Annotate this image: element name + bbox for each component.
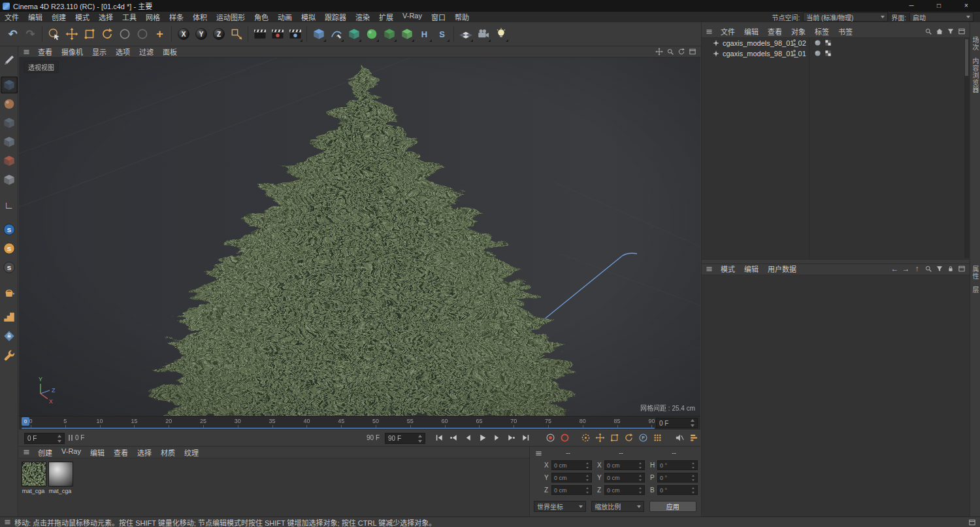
upper-panel-tab-1[interactable]: 内容浏览器 xyxy=(970,58,980,94)
main-menu-item-0[interactable]: 文件 xyxy=(0,12,24,22)
move-tool-button[interactable] xyxy=(63,25,80,43)
goto-next-key-button[interactable] xyxy=(504,431,518,445)
viewport-menu-item-3[interactable]: 选项 xyxy=(111,46,135,57)
goto-next-frame-button[interactable] xyxy=(489,431,504,445)
object-manager-menu-item-2[interactable]: 查看 xyxy=(763,26,787,37)
material-item[interactable]: mat_cga xyxy=(22,462,46,517)
main-menu-item-4[interactable]: 选择 xyxy=(94,12,118,22)
main-menu-item-15[interactable]: 扩展 xyxy=(374,12,398,22)
simulate-object-button[interactable]: S xyxy=(433,25,451,43)
statusbar-hamburger-icon[interactable] xyxy=(1,518,13,527)
minimize-button[interactable]: ─ xyxy=(898,0,925,12)
red-cube-tool-button[interactable] xyxy=(1,152,18,169)
light-object-button[interactable] xyxy=(492,25,510,43)
main-menu-item-14[interactable]: 渲染 xyxy=(351,12,374,22)
modeling-cube-tool-button[interactable] xyxy=(1,76,18,94)
main-menu-item-6[interactable]: 网格 xyxy=(141,12,165,22)
close-button[interactable]: × xyxy=(953,0,980,12)
start-frame-spinner[interactable] xyxy=(57,435,63,443)
object-manager-menu-item-3[interactable]: 对象 xyxy=(787,26,810,37)
view-label[interactable]: 透视视图 xyxy=(24,61,59,73)
statusbar-panel-icon[interactable] xyxy=(966,518,980,527)
play-forward-button[interactable] xyxy=(475,431,489,445)
record-scale-button[interactable] xyxy=(607,431,621,445)
play-sound-button[interactable] xyxy=(672,431,687,445)
am-panel-button[interactable] xyxy=(956,264,967,273)
live-selection-tool-button[interactable] xyxy=(45,25,63,43)
render-settings-button[interactable] xyxy=(286,25,304,43)
timeline-playhead[interactable]: 0 xyxy=(22,417,29,426)
scale-mode-dropdown[interactable]: 缩放比例 xyxy=(591,501,644,512)
pencil-tool-button[interactable] xyxy=(1,52,18,69)
render-view-button[interactable] xyxy=(251,25,269,43)
coordinate-field[interactable]: 0 ° xyxy=(657,473,698,483)
world-coords-dropdown[interactable]: 世界坐标 xyxy=(534,501,586,512)
material-menu-item-6[interactable]: 纹理 xyxy=(180,447,203,458)
paint-sphere-tool-button[interactable] xyxy=(1,95,18,112)
coordinate-field[interactable]: 0 ° xyxy=(657,485,698,495)
undo-button[interactable]: ↶ xyxy=(4,25,22,43)
start-frame-field[interactable]: 0 F xyxy=(24,433,65,444)
edge-cube-tool-button[interactable] xyxy=(1,114,18,131)
rotate-view-button[interactable] xyxy=(676,47,687,56)
spline-pen-dark-tool-button[interactable]: S xyxy=(1,259,18,276)
record-keyframe-button[interactable] xyxy=(543,431,557,445)
main-menu-item-7[interactable]: 样条 xyxy=(165,12,188,22)
volume-builder-button[interactable] xyxy=(363,25,380,43)
attribute-manager-menu-item-2[interactable]: 用户数据 xyxy=(763,264,801,274)
lower-panel-tab-1[interactable]: 层 xyxy=(970,286,980,294)
coordinate-field[interactable]: 0 cm xyxy=(551,460,592,470)
coordinate-hamburger-icon[interactable] xyxy=(532,449,544,458)
apply-button[interactable]: 应用 xyxy=(649,501,696,512)
wrench-tool-button[interactable] xyxy=(1,347,18,364)
object-manager-menu-item-0[interactable]: 文件 xyxy=(716,26,740,37)
spline-pen-orange-tool-button[interactable]: S xyxy=(1,240,18,257)
subdivision-surface-button[interactable] xyxy=(345,25,363,43)
stairs-tool-button[interactable] xyxy=(1,309,18,326)
field-spinner[interactable] xyxy=(639,462,644,469)
redo-button[interactable]: ↷ xyxy=(22,25,39,43)
am-back-button[interactable]: ← xyxy=(889,264,900,273)
visibility-dots[interactable] xyxy=(793,50,796,56)
primitive-cube-button[interactable] xyxy=(310,25,327,43)
viewport-hamburger-icon[interactable] xyxy=(20,47,32,56)
field-object-button[interactable] xyxy=(380,25,398,43)
record-position-button[interactable] xyxy=(593,431,607,445)
coordinate-field[interactable]: 0 ° xyxy=(657,460,698,470)
attribute-manager-menu-item-0[interactable]: 模式 xyxy=(716,264,740,274)
keyframe-selection-button[interactable] xyxy=(578,431,593,445)
lock-y-axis-button[interactable]: Y xyxy=(192,25,210,43)
axis-lock-diamond-tool-button[interactable] xyxy=(1,328,18,345)
current-frame-field[interactable]: 0 F xyxy=(656,418,698,428)
mograph-cloner-button[interactable] xyxy=(398,25,416,43)
autokeying-button[interactable] xyxy=(557,431,572,445)
om-home-button[interactable] xyxy=(934,27,945,36)
main-menu-item-18[interactable]: 帮助 xyxy=(450,12,474,22)
object-manager-menu-item-4[interactable]: 标签 xyxy=(810,26,834,37)
field-spinner[interactable] xyxy=(692,475,696,481)
record-parameter-button[interactable]: P xyxy=(636,431,650,445)
main-menu-item-5[interactable]: 工具 xyxy=(118,12,141,22)
main-menu-item-1[interactable]: 编辑 xyxy=(24,12,47,22)
paint-bucket-tool-button[interactable] xyxy=(1,284,18,301)
coordinate-field[interactable]: 0 cm xyxy=(604,485,645,495)
field-spinner[interactable] xyxy=(586,462,591,469)
coordinate-column-header[interactable]: -- xyxy=(544,449,592,458)
material-menu-item-1[interactable]: V-Ray xyxy=(57,447,86,458)
recent-tool-slot-2-button[interactable] xyxy=(133,25,151,43)
attribute-manager-menu-item-1[interactable]: 编辑 xyxy=(740,264,763,274)
floor-object-button[interactable] xyxy=(457,25,474,43)
material-menu-item-3[interactable]: 查看 xyxy=(109,447,133,458)
material-item[interactable]: mat_cga xyxy=(48,462,73,517)
visibility-dots[interactable] xyxy=(793,39,796,46)
material-thumbnail[interactable] xyxy=(22,462,46,486)
field-spinner[interactable] xyxy=(639,475,644,481)
render-picture-viewer-button[interactable] xyxy=(269,25,286,43)
main-menu-item-8[interactable]: 体积 xyxy=(188,12,212,22)
coordinate-field[interactable]: 0 cm xyxy=(604,473,645,483)
material-menu-item-0[interactable]: 创建 xyxy=(33,447,57,458)
object-list-scrollbar[interactable] xyxy=(964,39,969,258)
lower-panel-tab-0[interactable]: 属性 xyxy=(970,265,980,280)
axis-modify-tool-button[interactable]: + xyxy=(151,25,169,43)
maximize-button[interactable]: □ xyxy=(925,0,953,12)
